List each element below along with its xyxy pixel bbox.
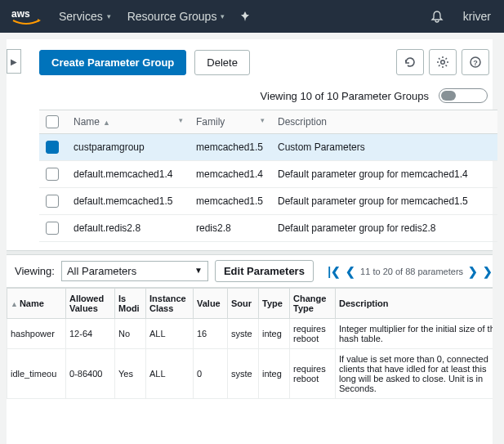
cell-family: memcached1.5 <box>190 134 271 161</box>
nav-user-label: kriver <box>463 10 491 23</box>
parameters-table: ▲Name Allowed Values Is Modi Instance Cl… <box>7 288 504 399</box>
pcol-value[interactable]: Value <box>194 289 228 319</box>
pager-text: 11 to 20 of 88 parameters <box>360 267 463 276</box>
select-all-checkbox[interactable] <box>46 115 59 128</box>
cell-change-type: requires reboot <box>290 319 336 349</box>
cell-source: syste <box>228 319 259 349</box>
cell-type: integ <box>259 319 290 349</box>
refresh-icon <box>404 56 417 69</box>
aws-logo[interactable]: aws <box>11 7 41 25</box>
cell-name: idle_timeou <box>7 349 66 399</box>
col-menu-icon[interactable]: ▾ <box>179 116 183 124</box>
cell-change-type: requires reboot <box>290 349 336 399</box>
bell-icon[interactable] <box>430 10 444 23</box>
cell-family: redis2.8 <box>190 215 271 242</box>
svg-text:?: ? <box>473 59 478 67</box>
row-checkbox[interactable] <box>46 222 59 235</box>
pcol-ismod[interactable]: Is Modi <box>115 289 146 319</box>
cell-allowed: 0-86400 <box>66 349 115 399</box>
cell-description: Default parameter group for redis3.2 <box>271 242 497 249</box>
help-button[interactable]: ? <box>462 49 489 75</box>
viewing-label: Viewing: <box>15 265 55 277</box>
col-name[interactable]: Name <box>74 116 100 128</box>
cell-type: integ <box>259 349 290 399</box>
cell-description: If value is set more than 0, connected c… <box>336 349 504 399</box>
cell-name: default.memcached1.4 <box>67 161 190 188</box>
cell-ismod: Yes <box>115 349 146 399</box>
sort-icon[interactable]: ▲ <box>11 300 18 308</box>
pager-first[interactable]: |❮ <box>328 265 341 278</box>
cell-instance-class: ALL <box>146 319 194 349</box>
table-row[interactable]: default.redis2.8redis2.8Default paramete… <box>39 215 497 242</box>
nav-services[interactable]: Services ▾ <box>59 10 111 23</box>
pager-next[interactable]: ❯ <box>468 265 478 278</box>
row-checkbox[interactable] <box>46 195 59 208</box>
cell-family: redis3.2 <box>190 242 271 249</box>
viewing-summary: Viewing 10 of 10 Parameter Groups <box>261 90 429 102</box>
pcol-instance-class[interactable]: Instance Class <box>146 289 194 319</box>
pcol-name[interactable]: Name <box>20 298 44 308</box>
table-row[interactable]: default.memcached1.4memcached1.4Default … <box>39 161 497 188</box>
help-icon: ? <box>469 56 482 69</box>
cell-value: 0 <box>194 349 228 399</box>
nav-services-label: Services <box>59 10 103 23</box>
cell-name: default.redis2.8 <box>67 215 190 242</box>
filter-select[interactable]: All Parameters <box>61 261 208 281</box>
edit-parameters-button[interactable]: Edit Parameters <box>215 260 314 282</box>
cell-allowed: 12-64 <box>66 319 115 349</box>
table-row[interactable]: hashpower12-64NoALL16systeintegrequires … <box>7 319 504 349</box>
cell-description: Integer multiplier for the initial size … <box>336 319 504 349</box>
table-row[interactable]: default.redis3.2redis3.2Default paramete… <box>39 242 497 249</box>
cell-name: default.memcached1.5 <box>67 188 190 215</box>
cell-description: Default parameter group for redis2.8 <box>271 215 497 242</box>
pin-icon[interactable] <box>239 11 251 22</box>
col-menu-icon[interactable]: ▾ <box>261 116 265 124</box>
nav-user[interactable]: kriver <box>463 10 491 23</box>
pager-prev[interactable]: ❮ <box>346 265 355 278</box>
row-checkbox[interactable] <box>46 168 59 181</box>
pcol-allowed[interactable]: Allowed Values <box>66 289 115 319</box>
parameter-groups-table: Name▲▾ Family▾ Description custparamgrou… <box>39 110 497 249</box>
cell-description: Custom Parameters <box>271 134 497 161</box>
svg-point-1 <box>441 61 445 65</box>
table-row[interactable]: default.memcached1.5memcached1.5Default … <box>39 188 497 215</box>
cell-value: 16 <box>194 319 228 349</box>
sort-asc-icon: ▲ <box>103 119 110 127</box>
cell-source: syste <box>228 349 259 399</box>
caret-down-icon: ▾ <box>221 12 225 20</box>
pcol-type[interactable]: Type <box>259 289 290 319</box>
cell-name: hashpower <box>7 319 66 349</box>
col-description[interactable]: Description <box>278 116 327 128</box>
nav-resource-groups[interactable]: Resource Groups ▾ <box>127 10 225 23</box>
sidebar-expand-handle[interactable]: ▶ <box>7 49 21 74</box>
nav-resource-groups-label: Resource Groups <box>127 10 217 23</box>
cell-family: memcached1.5 <box>190 188 271 215</box>
cell-ismod: No <box>115 319 146 349</box>
row-checkbox[interactable] <box>46 141 59 154</box>
gear-icon <box>436 56 449 69</box>
pcol-change-type[interactable]: Change Type <box>290 289 336 319</box>
pcol-description[interactable]: Description <box>336 289 504 319</box>
pcol-source[interactable]: Sour <box>228 289 259 319</box>
cell-family: memcached1.4 <box>190 161 271 188</box>
table-row[interactable]: custparamgroupmemcached1.5Custom Paramet… <box>39 134 497 161</box>
view-toggle[interactable] <box>439 88 488 103</box>
cell-instance-class: ALL <box>146 349 194 399</box>
svg-text:aws: aws <box>11 8 30 20</box>
cell-name: default.redis3.2 <box>67 242 190 249</box>
cell-name: custparamgroup <box>67 134 190 161</box>
table-row[interactable]: idle_timeou0-86400YesALL0systeintegrequi… <box>7 349 504 399</box>
caret-down-icon: ▾ <box>107 12 111 20</box>
create-parameter-group-button[interactable]: Create Parameter Group <box>39 50 186 75</box>
cell-description: Default parameter group for memcached1.5 <box>271 188 497 215</box>
delete-button[interactable]: Delete <box>194 50 250 75</box>
col-family[interactable]: Family <box>196 116 225 128</box>
cell-description: Default parameter group for memcached1.4 <box>271 161 497 188</box>
refresh-button[interactable] <box>396 49 424 75</box>
settings-button[interactable] <box>429 49 457 75</box>
